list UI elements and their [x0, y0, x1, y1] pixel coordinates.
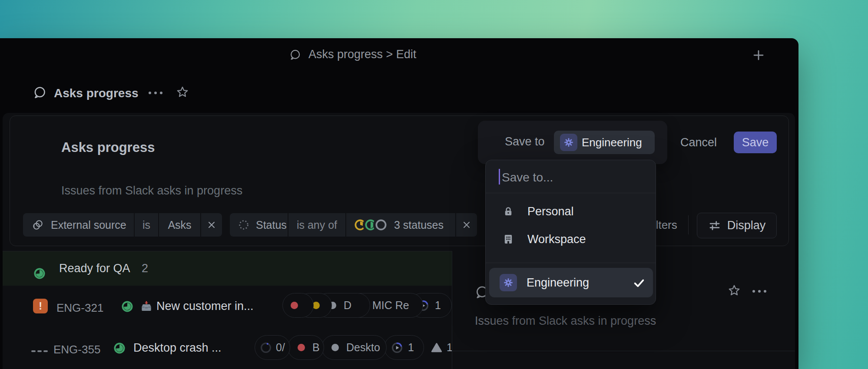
status-trio-icon [352, 217, 389, 233]
comment-bubble-icon [288, 48, 301, 61]
progress-ring-icon [259, 341, 272, 354]
project-name: MIC Re [372, 293, 409, 317]
desktop-background: Asks progress > Edit Asks progress Asks … [0, 0, 868, 369]
team-gear-icon [500, 274, 517, 291]
option-personal[interactable]: Personal [486, 198, 656, 225]
team-gear-icon [560, 134, 577, 151]
view-bubble-icon [32, 85, 47, 100]
label-text: B [312, 336, 320, 359]
filter-field-external-source[interactable]: External source [23, 213, 134, 237]
save-to-search-input[interactable]: Save to... [502, 171, 553, 184]
preview-options-menu[interactable] [752, 290, 766, 293]
new-tab-button[interactable] [752, 49, 765, 62]
progress-badge[interactable]: 0/ [255, 335, 290, 360]
filter-value-statuses[interactable]: 3 statuses [346, 213, 455, 237]
cycle-number: 1 [435, 293, 441, 317]
filter-field-label: Status [256, 219, 287, 231]
status-dashed-circle-icon [238, 219, 250, 231]
progress-text: 0/ [276, 336, 285, 359]
external-source-icon [32, 219, 44, 231]
option-workspace[interactable]: Workspace [486, 225, 656, 253]
issue-title: Desktop crash ... [133, 341, 222, 355]
breadcrumb: Asks progress > Edit [288, 48, 416, 61]
filter-value-asks[interactable]: Asks [159, 213, 200, 237]
group-name: Ready for QA [59, 262, 130, 275]
check-icon [633, 277, 646, 290]
blocked-count: 1 [447, 341, 452, 354]
remove-filter-button[interactable] [456, 213, 477, 237]
save-popover: Save to Engineering [478, 121, 667, 164]
option-engineering-selected[interactable]: Engineering [489, 268, 653, 297]
favorite-star-icon[interactable] [176, 85, 189, 99]
label-text: D [344, 293, 351, 317]
ready-for-qa-status-icon [33, 267, 46, 280]
option-label: Personal [527, 205, 574, 218]
toolbar-divider [688, 215, 689, 234]
dropdown-divider [486, 193, 656, 193]
issue-title: New customer in... [156, 300, 254, 313]
filter-field-label: External source [51, 219, 126, 231]
breadcrumb-text: Asks progress > Edit [308, 48, 416, 61]
cancel-button[interactable]: Cancel [680, 136, 717, 149]
filter-value-label: 3 statuses [394, 219, 444, 231]
blocked-badge[interactable]: 1 [430, 335, 452, 360]
remove-filter-button[interactable] [201, 213, 222, 237]
warning-triangle-icon [430, 341, 443, 354]
label-badge-red[interactable] [282, 293, 314, 318]
label-badge-gray[interactable]: Deskto [321, 335, 387, 360]
view-title: Asks progress [54, 86, 139, 100]
issue-list: Ready for QA 2 ! ENG-321 New customer in… [3, 246, 452, 369]
cycle-badge[interactable]: 1 [384, 335, 424, 360]
list-preview-divider [452, 251, 452, 369]
save-button[interactable]: Save [734, 132, 777, 153]
display-button[interactable]: Display [697, 213, 777, 238]
option-label: Engineering [527, 268, 589, 297]
filter-operator[interactable]: is any of [288, 213, 345, 237]
label-badge-red[interactable]: B [288, 335, 324, 360]
option-label: Workspace [527, 233, 586, 246]
display-label: Display [727, 219, 766, 232]
filter-field-status[interactable]: Status [230, 213, 288, 237]
cycle-number: 1 [408, 336, 414, 359]
save-to-dropdown: Save to... Personal Workspace Engineerin… [485, 160, 656, 305]
issue-id: ENG-355 [53, 343, 100, 356]
preview-favorite-star-icon[interactable] [727, 283, 741, 297]
group-header-ready-for-qa[interactable]: Ready for QA 2 [3, 251, 452, 286]
view-options-menu[interactable] [149, 92, 162, 94]
status-icon[interactable] [121, 300, 134, 313]
lock-icon [502, 205, 514, 217]
issue-id: ENG-321 [56, 301, 103, 315]
filter-operator[interactable]: is [135, 213, 158, 237]
inbox-icon [140, 300, 153, 313]
sliders-icon [708, 219, 721, 232]
label-text: Deskto [346, 336, 380, 359]
building-icon [502, 233, 514, 245]
view-description-field[interactable]: Issues from Slack asks in progress [61, 184, 242, 198]
group-count: 2 [142, 262, 148, 275]
preview-divider [452, 351, 795, 351]
no-priority-icon[interactable] [31, 350, 48, 352]
save-target-selector[interactable]: Engineering [554, 131, 655, 154]
cycle-progress-icon [391, 341, 404, 354]
preview-description: Issues from Slack asks in progress [475, 314, 656, 328]
status-icon[interactable] [113, 342, 126, 355]
save-to-label: Save to [505, 135, 545, 148]
dropdown-divider [486, 263, 656, 263]
text-cursor [499, 169, 500, 184]
selected-team-name: Engineering [582, 131, 642, 154]
urgent-priority-icon[interactable]: ! [33, 299, 48, 313]
view-name-field[interactable]: Asks progress [61, 140, 155, 155]
